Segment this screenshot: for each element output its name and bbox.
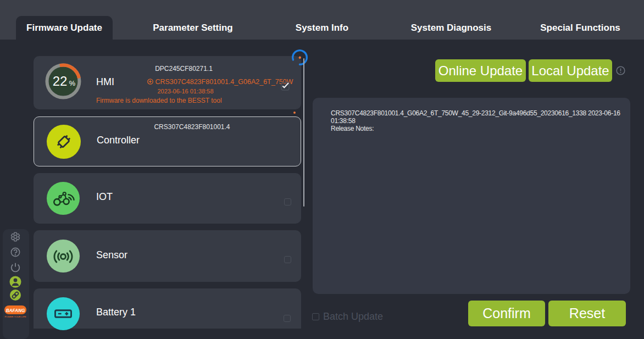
svg-text:%: % xyxy=(69,79,76,87)
svg-text:22: 22 xyxy=(53,74,68,88)
svg-text:POWER YOUR LIFE: POWER YOUR LIFE xyxy=(4,315,26,318)
svg-text:BAFANG: BAFANG xyxy=(6,308,25,313)
